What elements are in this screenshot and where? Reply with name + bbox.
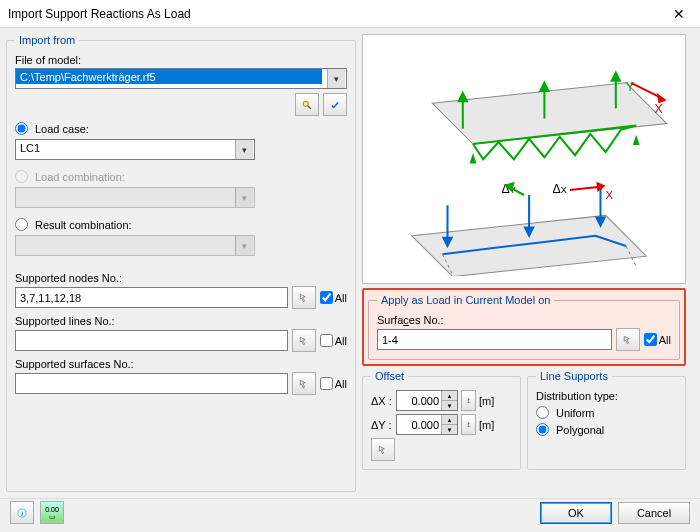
dx-value[interactable] <box>397 391 441 410</box>
svg-marker-4 <box>459 93 467 101</box>
load-combo-value <box>15 187 255 208</box>
nodes-label: Supported nodes No.: <box>15 272 347 284</box>
surf-input[interactable] <box>15 373 288 394</box>
surf-label: Supported surfaces No.: <box>15 358 347 370</box>
dialog-body: Import from File of model: C:\Temp\Fachw… <box>0 28 700 498</box>
offset-group: Offset ΔX : ▲▼ ↕ [m] ΔY : ▲▼ <box>362 370 521 470</box>
lines-all-check[interactable] <box>320 334 333 347</box>
apply-all-label: All <box>659 334 671 346</box>
units-button[interactable]: 0.00▭ <box>40 501 64 524</box>
dist-label: Distribution type: <box>536 390 677 402</box>
dy-label: ΔY : <box>371 419 393 431</box>
window-title: Import Support Reactions As Load <box>8 7 658 21</box>
load-combo-combo <box>15 187 255 208</box>
apply-surf-pick-button[interactable] <box>616 328 640 351</box>
nodes-input[interactable] <box>15 287 288 308</box>
apply-group: Apply as Load in Current Model on Surfac… <box>368 294 680 360</box>
dy-up[interactable]: ▲ <box>441 415 457 425</box>
svg-marker-14 <box>471 156 475 162</box>
import-from-legend: Import from <box>15 34 79 46</box>
svg-text:Y: Y <box>626 80 634 94</box>
lines-input[interactable] <box>15 330 288 351</box>
cancel-button[interactable]: Cancel <box>618 502 690 524</box>
offset-pick-button[interactable] <box>371 438 395 461</box>
result-combo-radio[interactable] <box>15 218 28 231</box>
file-combo[interactable]: C:\Temp\Fachwerkträger.rf5 <box>15 68 347 89</box>
lines-label: Supported lines No.: <box>15 315 347 327</box>
line-supports-group: Line Supports Distribution type: Uniform… <box>527 370 686 470</box>
dialog-footer: i 0.00▭ OK Cancel <box>0 498 700 526</box>
ok-button[interactable]: OK <box>540 502 612 524</box>
dy-value[interactable] <box>397 415 441 434</box>
file-value: C:\Temp\Fachwerkträger.rf5 <box>16 69 322 84</box>
validate-button[interactable] <box>323 93 347 116</box>
dx-down[interactable]: ▼ <box>441 401 457 410</box>
result-combo-label: Result combination: <box>35 219 132 231</box>
nodes-all-check[interactable] <box>320 291 333 304</box>
result-combo-combo <box>15 235 255 256</box>
surf-pick-button[interactable] <box>292 372 316 395</box>
polygonal-label: Polygonal <box>556 424 604 436</box>
svg-point-0 <box>303 101 308 106</box>
browse-button[interactable] <box>295 93 319 116</box>
dy-unit: [m] <box>479 419 494 431</box>
close-button[interactable]: ✕ <box>658 0 700 28</box>
dy-spinner[interactable]: ▲▼ <box>396 414 458 435</box>
svg-line-27 <box>570 187 601 190</box>
dx-label: ΔX : <box>371 395 393 407</box>
load-case-combo[interactable]: LC1 <box>15 139 255 160</box>
import-from-group: Import from File of model: C:\Temp\Fachw… <box>6 34 356 492</box>
apply-surf-label: Surfaces No.: <box>377 314 671 326</box>
lines-pick-button[interactable] <box>292 329 316 352</box>
offset-legend: Offset <box>371 370 408 382</box>
svg-marker-6 <box>540 83 548 91</box>
dx-up[interactable]: ▲ <box>441 391 457 401</box>
preview-image: Y X <box>362 34 686 284</box>
nodes-all-label: All <box>335 292 347 304</box>
dy-down[interactable]: ▼ <box>441 425 457 434</box>
load-case-radio[interactable] <box>15 122 28 135</box>
svg-text:ΔX: ΔX <box>553 182 567 196</box>
polygonal-radio[interactable] <box>536 423 549 436</box>
load-combo-radio <box>15 170 28 183</box>
preview-svg: Y X <box>371 42 677 277</box>
dx-unit: [m] <box>479 395 494 407</box>
apply-highlight: Apply as Load in Current Model on Surfac… <box>362 288 686 366</box>
load-case-label: Load case: <box>35 123 89 135</box>
uniform-label: Uniform <box>556 407 595 419</box>
apply-legend: Apply as Load in Current Model on <box>377 294 554 306</box>
svg-marker-8 <box>612 72 620 80</box>
svg-text:X: X <box>655 102 663 116</box>
surf-all-check[interactable] <box>320 377 333 390</box>
dy-step-button[interactable]: ↕ <box>461 414 476 435</box>
uniform-radio[interactable] <box>536 406 549 419</box>
help-button[interactable]: i <box>10 501 34 524</box>
svg-text:i: i <box>21 509 23 516</box>
load-case-value: LC1 <box>15 139 255 160</box>
title-bar: Import Support Reactions As Load ✕ <box>0 0 700 28</box>
nodes-pick-button[interactable] <box>292 286 316 309</box>
result-combo-value <box>15 235 255 256</box>
svg-marker-15 <box>634 138 638 144</box>
load-combo-label: Load combination: <box>35 171 125 183</box>
apply-all-check[interactable] <box>644 333 657 346</box>
file-label: File of model: <box>15 54 347 66</box>
surf-all-label: All <box>335 378 347 390</box>
svg-text:X: X <box>606 189 614 201</box>
dx-step-button[interactable]: ↕ <box>461 390 476 411</box>
apply-surf-input[interactable] <box>377 329 612 350</box>
dx-spinner[interactable]: ▲▼ <box>396 390 458 411</box>
lines-all-label: All <box>335 335 347 347</box>
line-supports-legend: Line Supports <box>536 370 612 382</box>
svg-line-1 <box>308 105 311 108</box>
